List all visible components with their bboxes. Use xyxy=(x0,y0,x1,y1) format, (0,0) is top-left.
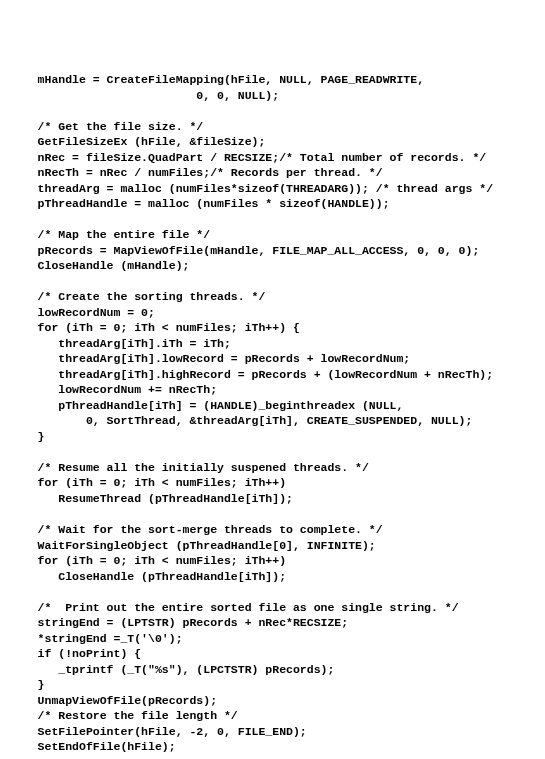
code-block: mHandle = CreateFileMapping(hFile, NULL,… xyxy=(10,72,535,759)
